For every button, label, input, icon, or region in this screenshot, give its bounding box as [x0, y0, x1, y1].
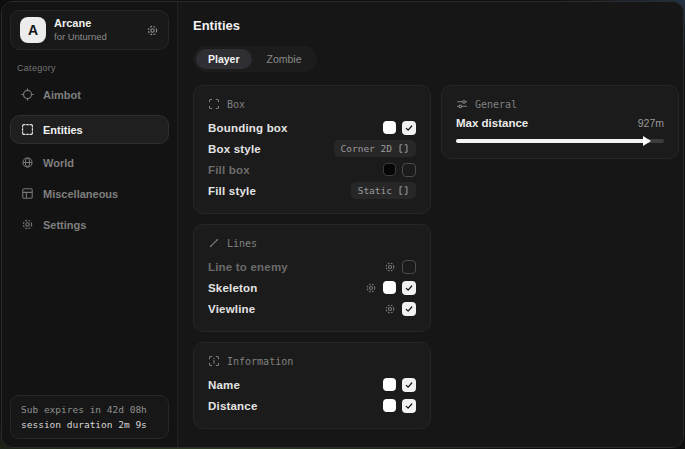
gear-icon[interactable] — [365, 282, 377, 294]
checkbox[interactable] — [402, 399, 416, 413]
lines-card-header: Lines — [208, 237, 416, 249]
setting-row-viewline: Viewline — [208, 298, 416, 319]
tab-bar: Player Zombie — [193, 46, 317, 72]
setting-row-name: Name — [208, 374, 416, 395]
box-select-icon — [21, 123, 34, 136]
app-window: A Arcane for Unturned Category Aimbot En… — [1, 1, 684, 448]
box-style-dropdown[interactable]: Corner 2D — [334, 140, 416, 157]
line-icon — [208, 237, 220, 249]
color-swatch[interactable] — [383, 121, 396, 134]
information-card: Information Name Distance — [193, 342, 431, 429]
sidebar-item-settings[interactable]: Settings — [10, 210, 169, 239]
page-title: Entities — [193, 18, 679, 33]
tab-player[interactable]: Player — [196, 49, 252, 69]
section-title: Box — [227, 99, 245, 110]
sidebar-item-label: Miscellaneous — [43, 188, 118, 200]
setting-row-fill-style: Fill style Static — [208, 180, 416, 201]
info-icon — [208, 355, 220, 367]
box-card: Box Bounding box Box style Corne — [193, 85, 431, 214]
slider-label: Max distance — [456, 117, 528, 129]
category-label: Category — [17, 63, 162, 73]
sliders-icon — [456, 98, 468, 110]
section-title: Information — [227, 356, 293, 367]
sidebar-item-entities[interactable]: Entities — [10, 115, 169, 144]
checkbox[interactable] — [402, 121, 416, 135]
box-card-header: Box — [208, 98, 416, 110]
tab-zombie[interactable]: Zombie — [255, 49, 314, 69]
brand-title: Arcane — [54, 17, 107, 31]
slider-fill — [456, 139, 649, 143]
sub-expiry-text: Sub expires in 42d 08h — [21, 404, 158, 415]
lines-card: Lines Line to enemy Skeleton — [193, 224, 431, 332]
fill-style-dropdown[interactable]: Static — [351, 182, 416, 199]
sidebar-item-label: Aimbot — [43, 89, 81, 101]
setting-row-distance: Distance — [208, 395, 416, 416]
gear-icon[interactable] — [146, 24, 159, 37]
content-columns: Box Bounding box Box style Corne — [193, 85, 679, 429]
gear-icon — [21, 218, 34, 231]
grid-icon — [21, 187, 34, 200]
setting-row-line-to-enemy: Line to enemy — [208, 256, 416, 277]
checkbox[interactable] — [402, 281, 416, 295]
sidebar-item-label: Entities — [43, 124, 83, 136]
scan-icon — [208, 98, 220, 110]
sidebar-item-label: World — [43, 157, 74, 169]
information-card-header: Information — [208, 355, 416, 367]
sidebar-item-world[interactable]: World — [10, 148, 169, 177]
main-panel: Entities Player Zombie Box Bounding box — [178, 2, 684, 447]
checkbox[interactable] — [402, 302, 416, 316]
checkbox[interactable] — [402, 260, 416, 274]
brand-text: Arcane for Unturned — [54, 17, 107, 43]
right-column: General Max distance 927m — [441, 85, 679, 159]
color-swatch[interactable] — [383, 163, 396, 176]
sidebar-item-miscellaneous[interactable]: Miscellaneous — [10, 179, 169, 208]
setting-row-bounding-box: Bounding box — [208, 117, 416, 138]
left-column: Box Bounding box Box style Corne — [193, 85, 431, 429]
section-title: General — [475, 99, 517, 110]
color-swatch[interactable] — [383, 281, 396, 294]
brand-subtitle: for Unturned — [54, 31, 107, 43]
max-distance-row: Max distance 927m — [456, 117, 664, 129]
sidebar-item-label: Settings — [43, 219, 86, 231]
dropdown-value: Corner 2D — [341, 143, 392, 154]
section-title: Lines — [227, 238, 257, 249]
sidebar-item-aimbot[interactable]: Aimbot — [10, 80, 169, 109]
color-swatch[interactable] — [383, 399, 396, 412]
checkbox[interactable] — [402, 163, 416, 177]
session-duration-text: session duration 2m 9s — [21, 419, 158, 430]
brand-logo: A — [20, 17, 46, 43]
globe-icon — [21, 156, 34, 169]
setting-row-fill-box: Fill box — [208, 159, 416, 180]
setting-row-box-style: Box style Corner 2D — [208, 138, 416, 159]
general-card-header: General — [456, 98, 664, 110]
slider-handle[interactable] — [643, 136, 651, 146]
setting-row-skeleton: Skeleton — [208, 277, 416, 298]
brackets-icon — [398, 143, 409, 154]
gear-icon[interactable] — [384, 261, 396, 273]
crosshair-icon — [21, 88, 34, 101]
max-distance-slider[interactable] — [456, 139, 664, 143]
sidebar: A Arcane for Unturned Category Aimbot En… — [2, 2, 178, 447]
brand-card: A Arcane for Unturned — [10, 10, 169, 50]
gear-icon[interactable] — [384, 303, 396, 315]
subscription-info: Sub expires in 42d 08h session duration … — [10, 395, 169, 439]
brackets-icon — [398, 185, 409, 196]
checkbox[interactable] — [402, 378, 416, 392]
color-swatch[interactable] — [383, 378, 396, 391]
dropdown-value: Static — [358, 185, 392, 196]
general-card: General Max distance 927m — [441, 85, 679, 159]
slider-value: 927m — [638, 117, 664, 129]
